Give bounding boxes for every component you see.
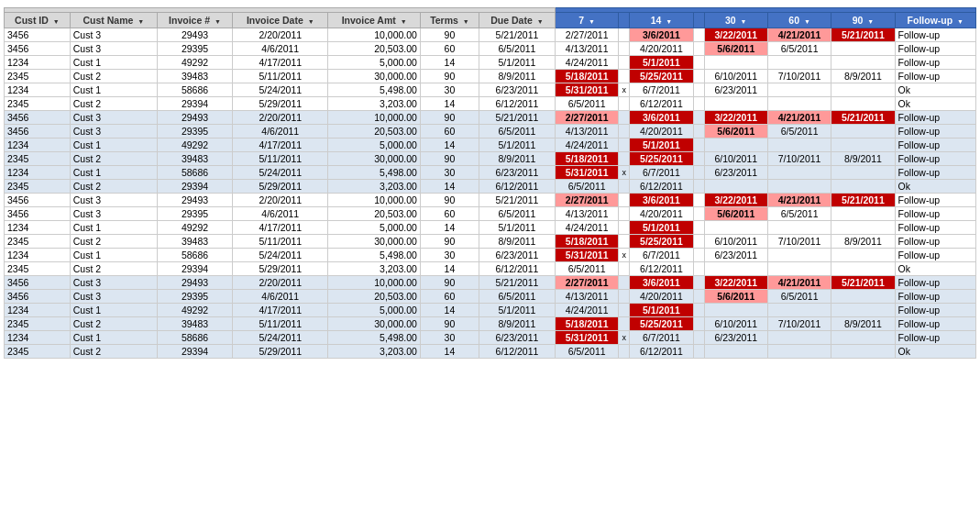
table-row: 1234Cust 1586865/24/20115,498.00306/23/2… bbox=[5, 166, 976, 180]
invoice-date-arrow: ▼ bbox=[308, 18, 314, 25]
col-7x bbox=[619, 13, 630, 28]
table-row: 2345Cust 2394835/11/201130,000.00908/9/2… bbox=[5, 70, 976, 83]
col-terms[interactable]: Terms ▼ bbox=[420, 13, 479, 28]
followup-arrow: ▼ bbox=[957, 18, 963, 25]
col-7[interactable]: 7 ▼ bbox=[556, 13, 619, 28]
table-row: 3456Cust 3294932/20/201110,000.00905/21/… bbox=[5, 111, 976, 125]
table-row: 3456Cust 3293954/6/201120,503.00606/5/20… bbox=[5, 42, 976, 56]
table-row: 2345Cust 2394835/11/201130,000.00908/9/2… bbox=[5, 317, 976, 331]
table-row: 3456Cust 3294932/20/201110,000.00905/21/… bbox=[5, 276, 976, 290]
col-90[interactable]: 90 ▼ bbox=[831, 13, 895, 28]
col-invoice-date[interactable]: Invoice Date ▼ bbox=[233, 13, 328, 28]
col90-arrow: ▼ bbox=[867, 18, 874, 25]
table-row: 1234Cust 1492924/17/20115,000.00145/1/20… bbox=[5, 139, 976, 152]
col-invoice-amt[interactable]: Invoice Amt ▼ bbox=[328, 13, 421, 28]
col-30[interactable]: 30 ▼ bbox=[704, 13, 767, 28]
col60-arrow: ▼ bbox=[804, 18, 810, 25]
due-date-arrow: ▼ bbox=[537, 18, 544, 25]
table-row: 2345Cust 2293945/29/20113,203.00146/12/2… bbox=[5, 345, 976, 359]
col-14[interactable]: 14 ▼ bbox=[630, 13, 693, 28]
header-row-2[interactable]: Cust ID ▼ Cust Name ▼ Invoice # ▼ Invoic… bbox=[5, 13, 976, 28]
table-row: 2345Cust 2293945/29/20113,203.00146/12/2… bbox=[5, 180, 976, 194]
col-due-date[interactable]: Due Date ▼ bbox=[479, 13, 555, 28]
col-followup[interactable]: Follow-up ▼ bbox=[895, 13, 975, 28]
invoice-amt-arrow: ▼ bbox=[401, 18, 407, 25]
col-60[interactable]: 60 ▼ bbox=[767, 13, 831, 28]
table-row: 1234Cust 1586865/24/20115,498.00306/23/2… bbox=[5, 249, 976, 262]
col-cust-id[interactable]: Cust ID ▼ bbox=[5, 13, 71, 28]
table-row: 3456Cust 3293954/6/201120,503.00606/5/20… bbox=[5, 207, 976, 221]
table-row: 1234Cust 1586865/24/20115,498.00306/23/2… bbox=[5, 83, 976, 97]
col-14x bbox=[693, 13, 704, 28]
table-row: 3456Cust 3294932/20/201110,000.00905/21/… bbox=[5, 194, 976, 207]
terms-arrow: ▼ bbox=[463, 18, 469, 25]
table-row: 2345Cust 2394835/11/201130,000.00908/9/2… bbox=[5, 235, 976, 249]
table-row: 2345Cust 2394835/11/201130,000.00908/9/2… bbox=[5, 152, 976, 166]
table-body: 3456Cust 3294932/20/201110,000.00905/21/… bbox=[5, 28, 976, 359]
col-invoice-num[interactable]: Invoice # ▼ bbox=[157, 13, 232, 28]
table-row: 1234Cust 1492924/17/20115,000.00145/1/20… bbox=[5, 56, 976, 70]
col30-arrow: ▼ bbox=[741, 18, 747, 25]
invoice-num-arrow: ▼ bbox=[215, 18, 221, 25]
col-cust-name[interactable]: Cust Name ▼ bbox=[70, 13, 157, 28]
table-row: 3456Cust 3293954/6/201120,503.00606/5/20… bbox=[5, 290, 976, 304]
col7-arrow: ▼ bbox=[589, 18, 595, 25]
table-row: 2345Cust 2293945/29/20113,203.00146/12/2… bbox=[5, 262, 976, 276]
cust-id-arrow: ▼ bbox=[53, 18, 60, 25]
table-row: 3456Cust 3294932/20/201110,000.00905/21/… bbox=[5, 28, 976, 42]
table-row: 2345Cust 2293945/29/20113,203.00146/12/2… bbox=[5, 97, 976, 111]
table-row: 3456Cust 3293954/6/201120,503.00606/5/20… bbox=[5, 125, 976, 139]
table-row: 1234Cust 1492924/17/20115,000.00145/1/20… bbox=[5, 221, 976, 235]
table-row: 1234Cust 1492924/17/20115,000.00145/1/20… bbox=[5, 304, 976, 317]
table-row: 1234Cust 1586865/24/20115,498.00306/23/2… bbox=[5, 331, 976, 345]
cust-name-arrow: ▼ bbox=[138, 18, 144, 25]
table-wrapper: Cust ID ▼ Cust Name ▼ Invoice # ▼ Invoic… bbox=[4, 7, 976, 359]
main-table: Cust ID ▼ Cust Name ▼ Invoice # ▼ Invoic… bbox=[4, 7, 976, 359]
col14-arrow: ▼ bbox=[666, 18, 672, 25]
